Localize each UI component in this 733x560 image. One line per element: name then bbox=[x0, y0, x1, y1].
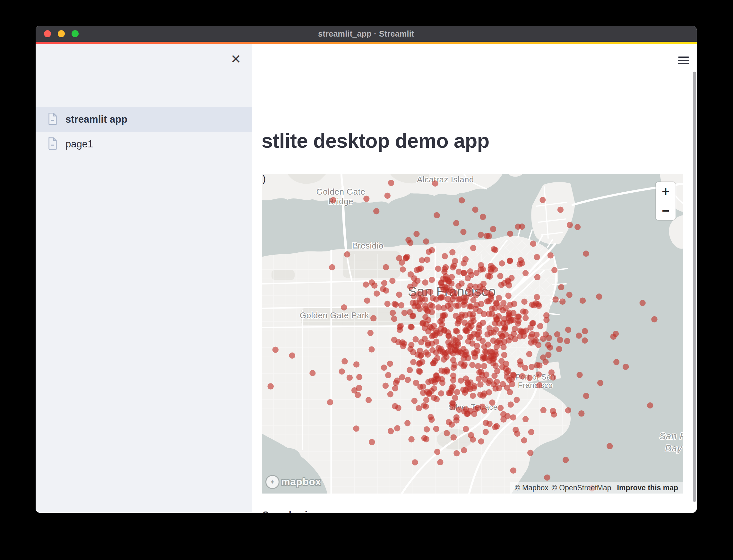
title-bar[interactable]: streamlit_app · Streamlit bbox=[36, 26, 697, 42]
sample-size-label: Sample size bbox=[263, 509, 318, 513]
main-menu-button[interactable] bbox=[676, 54, 691, 67]
page-title: stlite desktop demo app bbox=[262, 129, 489, 152]
map-canvas[interactable]: Alcatraz IslandGolden GateBridgePresidio… bbox=[262, 174, 683, 494]
window-title: streamlit_app · Streamlit bbox=[318, 29, 414, 39]
zoom-in-button[interactable]: + bbox=[656, 182, 676, 201]
mapbox-wordmark: mapbox bbox=[281, 476, 321, 488]
sidebar-nav: streamlit app page1 bbox=[36, 107, 252, 156]
hamburger-icon bbox=[678, 57, 689, 58]
stray-text: ) bbox=[263, 173, 266, 184]
map-container: Alcatraz IslandGolden GateBridgePresidio… bbox=[262, 174, 683, 494]
zoom-out-button[interactable]: − bbox=[656, 201, 676, 220]
minimize-window-button[interactable] bbox=[58, 30, 65, 37]
svg-text:Golden Gate Park: Golden Gate Park bbox=[300, 311, 369, 320]
mapbox-logo[interactable]: ✦ mapbox bbox=[266, 476, 321, 488]
traffic-lights bbox=[44, 26, 79, 42]
svg-text:Francisco: Francisco bbox=[518, 381, 553, 389]
close-window-button[interactable] bbox=[44, 30, 51, 37]
sidebar-close-button[interactable]: ✕ bbox=[227, 50, 245, 68]
map-attribution: © Mapbox © OpenStreetMap Improve this ma… bbox=[510, 482, 683, 494]
attribution-osm-link[interactable]: © OpenStreetMap bbox=[552, 484, 611, 492]
main-area: stlite desktop demo app ) bbox=[252, 44, 697, 513]
page-doc-icon bbox=[48, 137, 58, 151]
mapbox-logo-icon: ✦ bbox=[266, 476, 279, 488]
svg-text:Presidio: Presidio bbox=[352, 241, 383, 250]
zoom-window-button[interactable] bbox=[72, 30, 79, 37]
svg-text:Bay: Bay bbox=[665, 443, 683, 453]
window-content: ✕ streamlit app bbox=[36, 44, 697, 513]
svg-text:Golden Gate: Golden Gate bbox=[317, 187, 366, 197]
sidebar-item-label: streamlit app bbox=[65, 114, 127, 125]
svg-text:Alcatraz Island: Alcatraz Island bbox=[417, 175, 474, 184]
sidebar-item-streamlit-app[interactable]: streamlit app bbox=[36, 107, 252, 132]
main-scrollbar[interactable] bbox=[693, 72, 696, 502]
improve-this-map-link[interactable]: Improve this map bbox=[617, 484, 678, 492]
map-zoom-control: + − bbox=[656, 182, 676, 220]
attribution-mapbox-link[interactable]: © Mapbox bbox=[515, 484, 548, 492]
svg-text:San Franci: San Franci bbox=[659, 431, 683, 441]
page-doc-icon bbox=[48, 113, 58, 126]
sidebar: ✕ streamlit app bbox=[36, 44, 252, 513]
sidebar-item-label: page1 bbox=[65, 138, 93, 150]
app-window: streamlit_app · Streamlit ✕ streamlit ap… bbox=[36, 26, 697, 513]
sidebar-item-page1[interactable]: page1 bbox=[36, 132, 252, 156]
